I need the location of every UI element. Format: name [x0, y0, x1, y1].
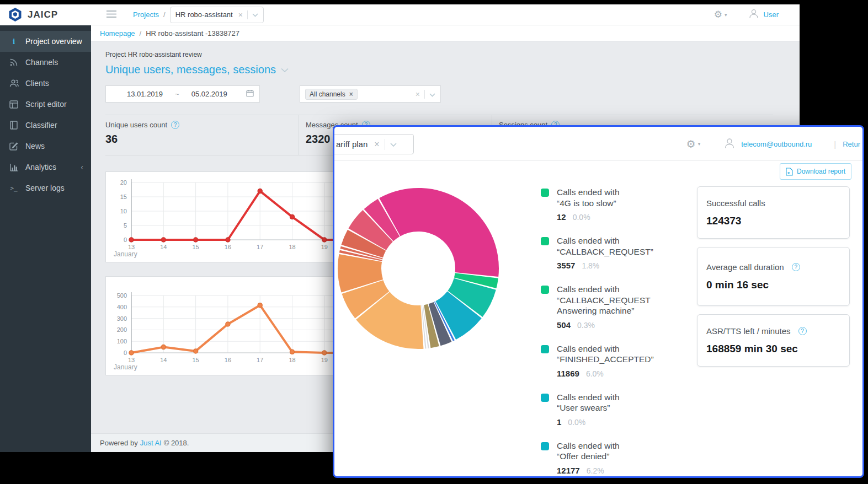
- legend-percent: 0.0%: [568, 418, 585, 427]
- clear-filter-icon[interactable]: ×: [416, 90, 420, 99]
- sidebar-item-label: Analytics: [25, 163, 56, 171]
- return-link[interactable]: Retur: [843, 140, 860, 148]
- date-from: 13.01.2019: [127, 90, 163, 98]
- average-call-duration-card: Average call duration ? 0 min 16 sec: [697, 247, 850, 306]
- stat-value: 36: [105, 133, 299, 146]
- help-icon[interactable]: ?: [798, 327, 807, 335]
- svg-text:16: 16: [225, 357, 231, 363]
- divider: |: [834, 139, 836, 149]
- svg-text:300: 300: [117, 315, 127, 322]
- sidebar-item-server-logs[interactable]: >_ Server logs: [0, 178, 91, 198]
- overlay-top-bar: ariff plan × ⚙ ▾ telecom@outbound.ru | R…: [334, 127, 862, 161]
- book-icon: [8, 121, 19, 130]
- svg-text:19: 19: [321, 357, 328, 363]
- sidebar-item-project-overview[interactable]: i Project overview: [0, 31, 91, 52]
- help-icon[interactable]: ?: [792, 263, 800, 271]
- asr-tts-left-card: ASR/TTS left / minutes ? 168859 min 30 s…: [697, 314, 850, 367]
- people-icon: [8, 79, 19, 88]
- donut-legend: Calls ended with “4G is too slow” 120.0%…: [541, 187, 689, 478]
- chevron-down-icon[interactable]: [390, 139, 397, 149]
- desktop-background: JAICP Projects / HR robo-assistant × ⚙ ▾…: [0, 0, 868, 484]
- chevron-down-icon[interactable]: [429, 89, 435, 99]
- stat-label: Unique users count: [105, 121, 167, 129]
- legend-term: “FINISHED_ACCEPTED”: [557, 354, 654, 365]
- sidebar-item-analytics[interactable]: Analytics ‹: [0, 157, 91, 178]
- svg-text:15: 15: [120, 193, 127, 200]
- info-icon: i: [8, 37, 19, 46]
- legend-label: Calls ended with: [557, 392, 620, 403]
- footer-text: Powered by: [100, 439, 138, 447]
- sidebar-item-news[interactable]: News: [0, 136, 91, 157]
- pencil-icon: [8, 142, 19, 150]
- user-avatar-icon[interactable]: [748, 8, 759, 21]
- donut-chart-svg: [337, 187, 500, 350]
- settings-caret-icon[interactable]: ▾: [725, 12, 727, 18]
- legend-swatch: [541, 394, 549, 402]
- breadcrumb-home-link[interactable]: Homepage: [100, 29, 135, 37]
- help-icon[interactable]: ?: [171, 121, 179, 129]
- legend-swatch: [541, 189, 549, 197]
- date-separator: ~: [175, 90, 179, 98]
- topbar-right-cluster: ⚙ ▾ User: [714, 8, 779, 21]
- projects-link[interactable]: Projects: [133, 10, 159, 19]
- legend-value: 3557: [557, 261, 575, 270]
- svg-text:100: 100: [117, 338, 127, 345]
- settings-caret-icon[interactable]: ▾: [698, 141, 701, 147]
- tariff-plan-select-value: ariff plan: [336, 139, 368, 149]
- brand-name: JAICP: [28, 9, 58, 20]
- sidebar-item-label: Server logs: [25, 184, 65, 192]
- svg-text:14: 14: [160, 244, 167, 250]
- tariff-plan-select[interactable]: ariff plan ×: [333, 134, 414, 154]
- date-range-picker[interactable]: 13.01.2019 ~ 05.02.2019: [105, 85, 260, 103]
- card-label: Average call duration: [706, 262, 784, 272]
- report-type-dropdown[interactable]: Unique users, messages, sessions: [105, 63, 800, 76]
- grid-icon: [8, 100, 19, 109]
- legend-value: 1: [557, 417, 561, 427]
- settings-gear-icon[interactable]: ⚙: [686, 138, 696, 150]
- svg-text:14: 14: [160, 357, 167, 363]
- channels-filter-select[interactable]: All channels × ×: [300, 85, 441, 103]
- legend-swatch: [541, 442, 549, 450]
- legend-item: Calls ended with “4G is too slow” 120.0%: [541, 187, 689, 230]
- sidebar-item-channels[interactable]: Channels: [0, 52, 91, 73]
- legend-swatch: [541, 286, 549, 294]
- svg-text:10: 10: [120, 208, 127, 214]
- svg-text:400: 400: [117, 304, 127, 310]
- svg-text:x: x: [787, 170, 790, 175]
- account-email-link[interactable]: telecom@outbound.ru: [741, 140, 812, 148]
- legend-swatch: [541, 345, 549, 353]
- sidebar-item-clients[interactable]: Clients: [0, 73, 91, 94]
- remove-chip-icon[interactable]: ×: [349, 90, 353, 98]
- menu-hamburger-icon[interactable]: [106, 10, 116, 20]
- svg-text:18: 18: [289, 244, 295, 250]
- sidebar-item-classifier[interactable]: Classifier: [0, 115, 91, 136]
- legend-label: Calls ended with: [557, 284, 689, 295]
- page-title: Unique users, messages, sessions: [105, 63, 276, 76]
- svg-text:17: 17: [257, 244, 263, 250]
- breadcrumb: Homepage / HR robo-assistant -13838727: [91, 25, 800, 41]
- clear-select-icon[interactable]: ×: [374, 139, 379, 149]
- sidebar-item-label: Script editor: [25, 100, 67, 109]
- collapse-chevron-icon[interactable]: ‹: [81, 163, 83, 171]
- legend-swatch: [541, 237, 549, 245]
- chevron-down-icon[interactable]: [252, 10, 258, 19]
- divider: [247, 10, 248, 19]
- legend-label: Calls ended with: [557, 235, 653, 246]
- date-to: 05.02.2019: [191, 90, 227, 98]
- just-ai-link[interactable]: Just AI: [140, 439, 162, 447]
- overlay-body: x Download report Calls ended with “4G i…: [334, 161, 862, 476]
- project-select[interactable]: HR robo-assistant ×: [170, 7, 264, 23]
- download-report-button[interactable]: x Download report: [780, 163, 851, 180]
- legend-term: “CALLBACK_REQUEST Answering machine”: [557, 295, 689, 316]
- legend-term: “Offer denied”: [557, 451, 620, 462]
- x-axis-month-label: January: [114, 250, 137, 258]
- clear-project-icon[interactable]: ×: [238, 10, 243, 19]
- sidebar-nav: i Project overview Channels Clients: [0, 25, 91, 452]
- user-menu-label[interactable]: User: [764, 10, 779, 19]
- channels-filter-chip[interactable]: All channels ×: [305, 89, 358, 100]
- overlay-topbar-right: ⚙ ▾ telecom@outbound.ru | Retur: [686, 127, 860, 161]
- download-report-label: Download report: [797, 168, 845, 175]
- settings-gear-icon[interactable]: ⚙: [714, 9, 722, 20]
- sidebar-item-script-editor[interactable]: Script editor: [0, 94, 91, 115]
- svg-text:13: 13: [128, 357, 135, 363]
